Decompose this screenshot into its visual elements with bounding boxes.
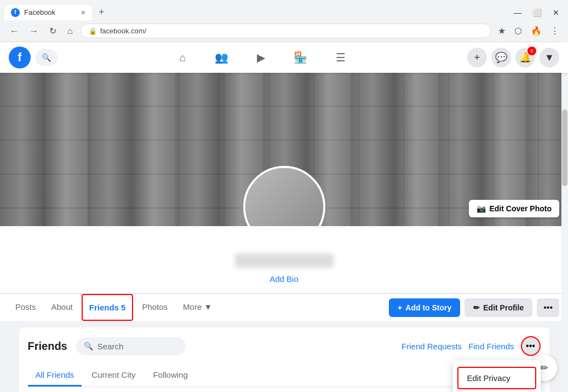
browser-right-icons: ★ ⬡ 🔥 ⋮ bbox=[496, 24, 561, 38]
search-bar[interactable]: 🔍 bbox=[35, 49, 58, 66]
profile-name bbox=[235, 253, 334, 268]
cover-photo: 📷 📷 Edit Cover Photo bbox=[0, 73, 568, 226]
edit-profile-button[interactable]: ✏ Edit Profile bbox=[464, 298, 532, 317]
browser-more-button[interactable]: ⋮ bbox=[548, 24, 561, 38]
nav-item-photos[interactable]: Photos bbox=[135, 294, 174, 321]
nav-item-more[interactable]: More ▼ bbox=[176, 294, 219, 321]
bookmark-button[interactable]: ★ bbox=[496, 24, 508, 38]
edit-cover-photo-button[interactable]: 📷 Edit Cover Photo bbox=[469, 200, 559, 217]
tab-close-icon[interactable]: × bbox=[81, 8, 85, 17]
tab-current-city[interactable]: Current City bbox=[84, 365, 143, 387]
edit-cover-photo-label: Edit Cover Photo bbox=[489, 204, 552, 213]
browser-title-bar: f Facebook × + — ⬜ ✕ bbox=[0, 0, 568, 20]
address-bar[interactable]: 🔒 facebook.com/ bbox=[81, 24, 491, 38]
profile-picture-container: 📷 bbox=[243, 166, 325, 226]
nav-home-button[interactable]: ⌂ bbox=[166, 47, 199, 68]
friends-section: Friends 🔍 Search Friend Requests Find Fr… bbox=[19, 327, 549, 392]
scrollbar-thumb[interactable] bbox=[562, 109, 567, 186]
nav-item-friends[interactable]: Friends 5 bbox=[82, 294, 134, 321]
nav-account-button[interactable]: ▼ bbox=[540, 48, 559, 67]
camera-icon: 📷 bbox=[477, 204, 486, 213]
minimize-button[interactable]: — bbox=[509, 7, 526, 18]
edit-privacy-dropdown: Edit Privacy bbox=[453, 360, 541, 392]
friends-more-button[interactable]: ••• bbox=[521, 336, 541, 356]
tab-favicon: f bbox=[11, 8, 20, 17]
nav-messenger-button[interactable]: 💬 bbox=[491, 48, 511, 67]
edit-privacy-item[interactable]: Edit Privacy bbox=[457, 367, 536, 389]
nav-center-icons: ⌂ 👥 ▶ 🏪 ☰ bbox=[62, 47, 463, 68]
window-controls: — ⬜ ✕ bbox=[509, 7, 564, 18]
search-icon: 🔍 bbox=[42, 53, 51, 62]
nav-item-posts[interactable]: Posts bbox=[9, 294, 43, 321]
profile-more-button[interactable]: ••• bbox=[537, 298, 559, 317]
facebook-logo[interactable]: f bbox=[9, 47, 31, 68]
nav-marketplace-button[interactable]: 🏪 bbox=[280, 47, 320, 68]
browser-tab[interactable]: f Facebook × bbox=[4, 5, 92, 20]
friends-title: Friends bbox=[28, 340, 67, 353]
nav-right-buttons: + 💬 🔔8 ▼ bbox=[467, 48, 559, 67]
profile-picture bbox=[243, 166, 325, 226]
maximize-button[interactable]: ⬜ bbox=[528, 7, 546, 18]
friend-requests-button[interactable]: Friend Requests bbox=[401, 342, 462, 351]
refresh-button[interactable]: ↻ bbox=[46, 24, 60, 38]
pencil-icon: ✏ bbox=[473, 303, 480, 312]
extension-button[interactable]: ⬡ bbox=[512, 24, 524, 38]
home-button[interactable]: ⌂ bbox=[64, 24, 76, 38]
nav-watch-button[interactable]: ▶ bbox=[244, 47, 278, 68]
facebook-navbar: f 🔍 ⌂ 👥 ▶ 🏪 ☰ + 💬 🔔8 ▼ bbox=[0, 42, 568, 73]
profile-nav: Posts About Friends 5 Photos More ▼ + Ad… bbox=[0, 293, 568, 321]
profile-info: Add Bio bbox=[0, 226, 568, 293]
friends-search-placeholder: Search bbox=[97, 342, 124, 351]
main-content: 📷 📷 Edit Cover Photo Add Bio Posts About… bbox=[0, 73, 568, 392]
edit-profile-label: Edit Profile bbox=[483, 303, 524, 312]
nav-notifications-button[interactable]: 🔔8 bbox=[515, 48, 535, 67]
new-tab-button[interactable]: + bbox=[94, 4, 109, 20]
fire-button[interactable]: 🔥 bbox=[529, 24, 544, 38]
tab-following[interactable]: Following bbox=[145, 365, 195, 387]
profile-nav-left: Posts About Friends 5 Photos More ▼ bbox=[9, 294, 219, 321]
profile-nav-right: + Add to Story ✏ Edit Profile ••• bbox=[389, 298, 559, 317]
nav-friends-button[interactable]: 👥 bbox=[202, 47, 242, 68]
friends-search-icon: 🔍 bbox=[84, 342, 93, 350]
more-dropdown-arrow: ▼ bbox=[204, 302, 212, 312]
tab-all-friends[interactable]: All Friends bbox=[28, 365, 82, 387]
friends-actions: Friend Requests Find Friends ••• bbox=[401, 336, 540, 356]
add-to-story-button[interactable]: + Add to Story bbox=[389, 298, 460, 317]
nav-create-button[interactable]: + bbox=[467, 48, 487, 67]
add-story-label: Add to Story bbox=[405, 303, 451, 312]
browser-chrome: f Facebook × + — ⬜ ✕ ← → ↻ ⌂ 🔒 facebook.… bbox=[0, 0, 568, 42]
plus-icon: + bbox=[398, 303, 402, 312]
friends-search-bar[interactable]: 🔍 Search bbox=[76, 337, 186, 355]
address-text: facebook.com/ bbox=[100, 27, 483, 35]
browser-address-bar: ← → ↻ ⌂ 🔒 facebook.com/ ★ ⬡ 🔥 ⋮ bbox=[0, 20, 568, 42]
nav-item-about[interactable]: About bbox=[45, 294, 79, 321]
nav-menu-button[interactable]: ☰ bbox=[323, 47, 359, 68]
add-bio-button[interactable]: Add Bio bbox=[269, 274, 299, 284]
find-friends-button[interactable]: Find Friends bbox=[468, 342, 514, 351]
cover-section: 📷 📷 Edit Cover Photo Add Bio Posts About… bbox=[0, 73, 568, 321]
friends-header: Friends 🔍 Search Friend Requests Find Fr… bbox=[28, 336, 541, 356]
tab-title: Facebook bbox=[24, 8, 77, 16]
forward-button[interactable]: → bbox=[26, 24, 42, 38]
back-button[interactable]: ← bbox=[7, 24, 22, 38]
